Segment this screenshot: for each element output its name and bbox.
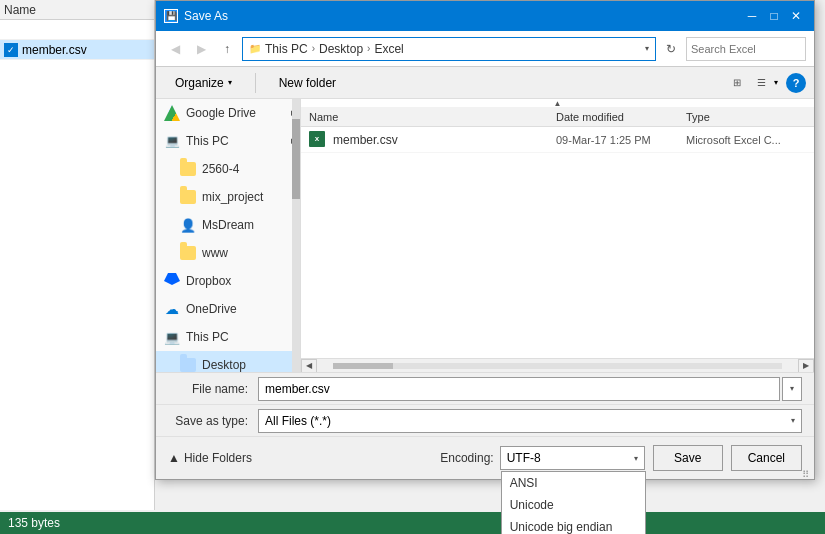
forward-button[interactable]: ▶ <box>190 38 212 60</box>
organize-button[interactable]: Organize ▾ <box>164 71 243 95</box>
computer-icon-2: 💻 <box>164 329 180 345</box>
h-scrollbar[interactable]: ◀ ▶ <box>301 358 814 372</box>
encoding-option-unicode-big-endian[interactable]: Unicode big endian <box>502 516 645 534</box>
excel-status-bar: 135 bytes <box>0 512 825 534</box>
path-this-pc: This PC <box>265 42 308 56</box>
nav-label-desktop: Desktop <box>202 358 246 372</box>
this-pc-icon: 💻 <box>164 133 180 149</box>
chevron-icon-1: › <box>312 43 315 54</box>
encoding-dropdown-arrow: ▾ <box>634 454 638 463</box>
new-folder-label: New folder <box>279 76 336 90</box>
col-header-type[interactable]: Type <box>686 111 806 123</box>
folder-mix-project-icon <box>180 189 196 205</box>
file-name-member-csv: member.csv <box>333 133 556 147</box>
nav-item-this-pc[interactable]: 💻 This PC <box>156 127 300 155</box>
nav-item-onedrive[interactable]: ☁ OneDrive <box>156 295 300 323</box>
save-button[interactable]: Save <box>653 445 723 471</box>
nav-item-desktop[interactable]: Desktop <box>156 351 300 372</box>
nav-label-google-drive: Google Drive <box>186 106 256 120</box>
resize-grip[interactable]: ⠿ <box>802 467 814 479</box>
help-button[interactable]: ? <box>786 73 806 93</box>
hide-folders-button[interactable]: ▲ Hide Folders <box>168 451 252 465</box>
refresh-button[interactable]: ↻ <box>660 38 682 60</box>
view-list-button[interactable]: ⊞ <box>726 72 748 94</box>
col-header-name[interactable]: Name <box>309 111 556 123</box>
view-details-button[interactable]: ☰ <box>750 72 772 94</box>
view-icons: ⊞ ☰ ▾ <box>726 72 778 94</box>
h-scrollbar-area: ◀ ▶ <box>301 358 814 372</box>
encoding-value: UTF-8 <box>507 451 541 465</box>
excel-row <box>0 20 154 40</box>
excel-col-header: Name <box>0 0 154 20</box>
nav-label-this-pc-2: This PC <box>186 330 229 344</box>
hide-folders-label: Hide Folders <box>184 451 252 465</box>
nav-label-this-pc: This PC <box>186 134 229 148</box>
hide-folders-chevron: ▲ <box>168 451 180 465</box>
dialog-toolbar: Organize ▾ New folder ⊞ ☰ ▾ ? <box>156 67 814 99</box>
excel-cell-value: member.csv <box>22 43 87 57</box>
filename-input[interactable] <box>258 377 780 401</box>
scroll-left-button[interactable]: ◀ <box>301 359 317 373</box>
file-type-member-csv: Microsoft Excel C... <box>686 134 806 146</box>
address-bar: ◀ ▶ ↑ 📁 This PC › Desktop › Excel ▾ ↻ 🔍 <box>156 31 814 67</box>
nav-label-msdream: MsDream <box>202 218 254 232</box>
savetype-row: Save as type: All Files (*.*) ▾ <box>156 405 814 437</box>
nav-label-www: www <box>202 246 228 260</box>
scroll-track[interactable] <box>333 363 782 369</box>
search-box[interactable]: 🔍 <box>686 37 806 61</box>
file-list-header: Name Date modified Type <box>301 107 814 127</box>
path-excel: Excel <box>374 42 403 56</box>
path-dropdown-arrow: ▾ <box>645 44 649 53</box>
savetype-dropdown-arrow: ▾ <box>791 416 795 425</box>
onedrive-icon: ☁ <box>164 301 180 317</box>
organize-label: Organize <box>175 76 224 90</box>
content-area: Google Drive 💻 This PC 2560-4 mix_projec… <box>156 99 814 372</box>
nav-item-google-drive[interactable]: Google Drive <box>156 99 300 127</box>
save-label: Save <box>674 451 701 465</box>
bottom-area: File name: ▾ Save as type: All Files (*.… <box>156 372 814 479</box>
encoding-option-ansi[interactable]: ANSI <box>502 472 645 494</box>
dialog-title-bar: 💾 Save As ─ □ ✕ <box>156 1 814 31</box>
nav-item-this-pc-2[interactable]: 💻 This PC <box>156 323 300 351</box>
cancel-button[interactable]: Cancel <box>731 445 802 471</box>
status-text: 135 bytes <box>8 516 60 530</box>
col-header-date[interactable]: Date modified <box>556 111 686 123</box>
nav-item-msdream[interactable]: 👤 MsDream <box>156 211 300 239</box>
file-panel: ▲ Name Date modified Type x member.csv 0… <box>301 99 814 372</box>
maximize-button[interactable]: □ <box>764 6 784 26</box>
encoding-option-unicode[interactable]: Unicode <box>502 494 645 516</box>
organize-dropdown-icon: ▾ <box>228 78 232 87</box>
nav-panel: Google Drive 💻 This PC 2560-4 mix_projec… <box>156 99 301 372</box>
chevron-icon-2: › <box>367 43 370 54</box>
nav-item-2560-4[interactable]: 2560-4 <box>156 155 300 183</box>
excel-file-icon: x <box>309 131 327 149</box>
excel-checkbox <box>4 43 18 57</box>
google-drive-icon <box>164 105 180 121</box>
folder-desktop-icon <box>180 357 196 372</box>
search-input[interactable] <box>691 43 825 55</box>
nav-item-dropbox[interactable]: Dropbox <box>156 267 300 295</box>
excel-row-selected: member.csv <box>0 40 154 60</box>
footer-right: Encoding: UTF-8 ▾ ANSI Unicode <box>440 445 802 471</box>
save-as-dialog: 💾 Save As ─ □ ✕ ◀ ▶ ↑ 📁 This PC › Deskto… <box>155 0 815 480</box>
footer-row: ▲ Hide Folders Encoding: UTF-8 ▾ ANSI <box>156 437 814 479</box>
savetype-dropdown[interactable]: All Files (*.*) ▾ <box>258 409 802 433</box>
close-button[interactable]: ✕ <box>786 6 806 26</box>
up-button[interactable]: ↑ <box>216 38 238 60</box>
address-path[interactable]: 📁 This PC › Desktop › Excel ▾ <box>242 37 656 61</box>
encoding-dropdown[interactable]: UTF-8 ▾ ANSI Unicode Unico <box>500 446 645 470</box>
nav-label-mix-project: mix_project <box>202 190 263 204</box>
encoding-menu: ANSI Unicode Unicode big endian UTF-8 <box>501 471 646 534</box>
nav-scrollbar[interactable] <box>292 99 300 372</box>
minimize-button[interactable]: ─ <box>742 6 762 26</box>
savetype-value: All Files (*.*) <box>265 414 331 428</box>
person-msdream-icon: 👤 <box>180 217 196 233</box>
savetype-label: Save as type: <box>168 414 258 428</box>
scroll-right-button[interactable]: ▶ <box>798 359 814 373</box>
file-row-member-csv[interactable]: x member.csv 09-Mar-17 1:25 PM Microsoft… <box>301 127 814 153</box>
nav-item-mix-project[interactable]: mix_project <box>156 183 300 211</box>
dialog-title: Save As <box>184 9 228 23</box>
nav-item-www[interactable]: www <box>156 239 300 267</box>
back-button[interactable]: ◀ <box>164 38 186 60</box>
new-folder-button[interactable]: New folder <box>268 71 347 95</box>
